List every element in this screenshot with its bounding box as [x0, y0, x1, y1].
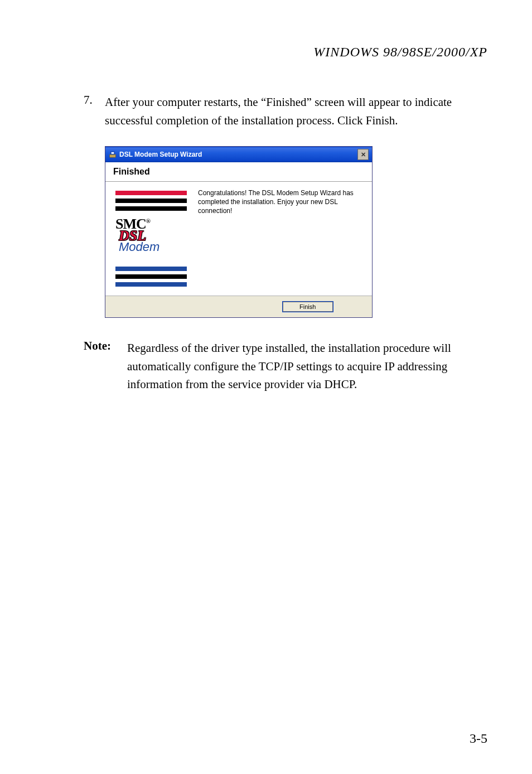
- wizard-heading: Finished: [105, 162, 372, 182]
- wizard-button-row: Finish: [105, 296, 372, 317]
- note-text: Regardless of the driver type installed,…: [127, 339, 487, 394]
- close-button[interactable]: ✕: [357, 149, 369, 160]
- wizard-body: SMC® DSL Modem Congratulations! The DSL …: [105, 182, 372, 296]
- note: Note: Regardless of the driver type inst…: [84, 339, 487, 394]
- brand-reg: ®: [146, 217, 150, 224]
- close-icon: ✕: [361, 152, 366, 158]
- installer-icon: [109, 151, 117, 158]
- wizard-body-text: Congratulations! The DSL Modem Setup Wiz…: [198, 187, 365, 293]
- step-7: 7. After your computer restarts, the “Fi…: [84, 93, 487, 129]
- dialog-titlebar: DSL Modem Setup Wizard ✕: [105, 147, 372, 162]
- step-number: 7.: [84, 93, 105, 129]
- dialog-title: DSL Modem Setup Wizard: [119, 151, 202, 158]
- page-header: WINDOWS 98/98SE/2000/XP: [84, 45, 487, 60]
- step-text: After your computer restarts, the “Finis…: [105, 93, 487, 129]
- page-number: 3-5: [470, 731, 487, 746]
- wizard-brand-image: SMC® DSL Modem: [112, 187, 190, 293]
- finish-button[interactable]: Finish: [283, 302, 333, 312]
- svg-rect-2: [112, 152, 114, 154]
- svg-rect-0: [110, 154, 116, 157]
- brand-modem: Modem: [115, 241, 159, 253]
- wizard-dialog: DSL Modem Setup Wizard ✕ Finished SMC® D…: [105, 146, 373, 318]
- note-label: Note:: [84, 339, 127, 394]
